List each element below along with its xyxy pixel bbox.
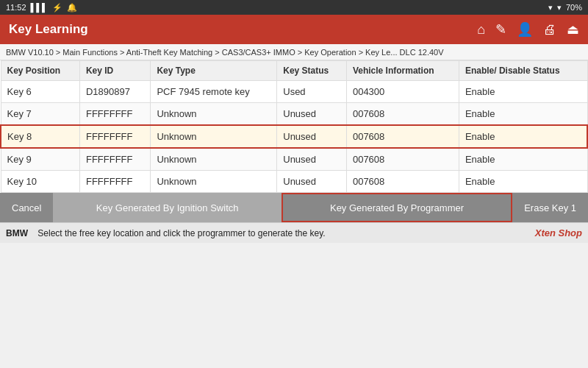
- ignition-button[interactable]: Key Generated By Ignition Switch: [53, 193, 281, 222]
- table-cell: Enable: [459, 171, 587, 193]
- table-row[interactable]: Key 9FFFFFFFFUnknownUnused007608Enable: [1, 148, 587, 171]
- table-area: Key Position Key ID Key Type Key Status …: [0, 60, 588, 193]
- col-enable: Enable/ Disable Status: [459, 61, 587, 81]
- battery-display: 70%: [566, 3, 582, 12]
- table-cell: Unknown: [151, 171, 277, 193]
- bottom-info: BMW Select the free key location and cli…: [0, 222, 588, 243]
- table-cell: FFFFFFFF: [79, 171, 150, 193]
- table-cell: Used: [277, 81, 347, 103]
- table-cell: Unused: [277, 103, 347, 126]
- signal-bars-icon: ▾: [557, 3, 562, 13]
- col-vehicle: Vehicle Information: [346, 61, 459, 81]
- action-buttons: Cancel Key Generated By Ignition Switch …: [0, 193, 588, 222]
- table-cell: 007608: [346, 148, 459, 171]
- table-cell: Enable: [459, 148, 587, 171]
- table-cell: Key 9: [1, 148, 79, 171]
- user-icon[interactable]: 👤: [517, 21, 533, 38]
- col-status: Key Status: [277, 61, 347, 81]
- table-cell: Key 6: [1, 81, 79, 103]
- table-cell: Unused: [277, 125, 347, 148]
- table-cell: Enable: [459, 125, 587, 148]
- print-icon[interactable]: 🖨: [543, 22, 556, 38]
- table-cell: Unknown: [151, 125, 277, 148]
- breadcrumb-text: BMW V10.10 > Main Functions > Anti-Theft…: [6, 48, 444, 57]
- col-position: Key Position: [1, 61, 79, 81]
- signal-icon: ▌▌▌: [31, 3, 48, 12]
- brand-label: BMW Select the free key location and cli…: [6, 228, 326, 238]
- table-row[interactable]: Key 6D1890897PCF 7945 remote keyUsed0043…: [1, 81, 587, 103]
- table-cell: D1890897: [79, 81, 150, 103]
- programmer-button[interactable]: Key Generated By Programmer: [282, 193, 512, 222]
- col-type: Key Type: [151, 61, 277, 81]
- table-cell: Unused: [277, 148, 347, 171]
- cancel-button[interactable]: Cancel: [0, 193, 53, 222]
- header-actions: ⌂ ✎ 👤 🖨 ⏏: [477, 21, 579, 38]
- edit-icon[interactable]: ✎: [495, 21, 506, 38]
- table-header-row: Key Position Key ID Key Type Key Status …: [1, 61, 587, 81]
- key-table: Key Position Key ID Key Type Key Status …: [0, 60, 588, 193]
- export-icon[interactable]: ⏏: [567, 21, 579, 38]
- table-cell: Enable: [459, 81, 587, 103]
- table-cell: Unused: [277, 171, 347, 193]
- brand-name: BMW: [6, 228, 28, 238]
- table-cell: Enable: [459, 103, 587, 126]
- table-cell: Unknown: [151, 148, 277, 171]
- status-bar: 11:52 ▌▌▌ ⚡ 🔔 ▾ ▾ 70%: [0, 0, 588, 15]
- col-id: Key ID: [79, 61, 150, 81]
- table-row[interactable]: Key 8FFFFFFFFUnknownUnused007608Enable: [1, 125, 587, 148]
- table-cell: Key 8: [1, 125, 79, 148]
- table-cell: 007608: [346, 171, 459, 193]
- notification-icon: 🔔: [67, 3, 77, 13]
- table-cell: FFFFFFFF: [79, 125, 150, 148]
- table-cell: PCF 7945 remote key: [151, 81, 277, 103]
- erase-button[interactable]: Erase Key 1: [512, 193, 588, 222]
- header: Key Learning ⌂ ✎ 👤 🖨 ⏏: [0, 15, 588, 44]
- wifi-icon: ▾: [548, 3, 553, 13]
- table-cell: FFFFFFFF: [79, 103, 150, 126]
- bluetooth-icon: ⚡: [52, 3, 62, 13]
- page-title: Key Learning: [9, 22, 88, 37]
- bottom-message: Select the free key location and click t…: [37, 228, 325, 238]
- table-cell: 007608: [346, 103, 459, 126]
- breadcrumb: BMW V10.10 > Main Functions > Anti-Theft…: [0, 44, 588, 60]
- table-cell: 007608: [346, 125, 459, 148]
- watermark: Xten Shop: [535, 227, 582, 238]
- time-display: 11:52: [6, 3, 26, 12]
- table-cell: FFFFFFFF: [79, 148, 150, 171]
- table-cell: Key 7: [1, 103, 79, 126]
- table-cell: Unknown: [151, 103, 277, 126]
- table-row[interactable]: Key 7FFFFFFFFUnknownUnused007608Enable: [1, 103, 587, 126]
- home-icon[interactable]: ⌂: [477, 22, 485, 38]
- table-cell: 004300: [346, 81, 459, 103]
- table-row[interactable]: Key 10FFFFFFFFUnknownUnused007608Enable: [1, 171, 587, 193]
- table-cell: Key 10: [1, 171, 79, 193]
